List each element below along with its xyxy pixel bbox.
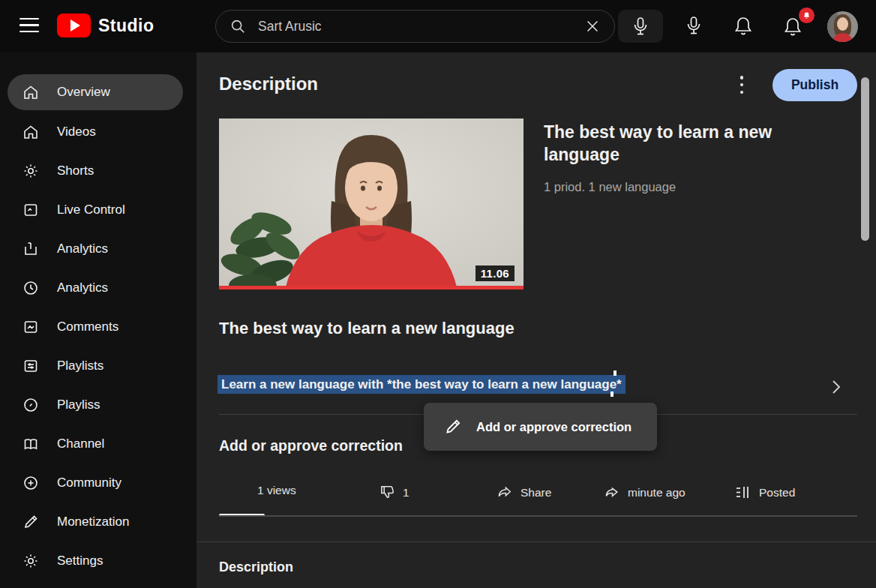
chevron-right-icon[interactable]	[828, 378, 843, 396]
playlists-icon	[21, 357, 40, 375]
sidebar-item-label: Shorts	[57, 164, 94, 178]
sidebar-item-playlists[interactable]: Playlists	[8, 348, 183, 384]
notifications-bell-icon[interactable]	[734, 16, 753, 36]
views-stat[interactable]: 1 views	[257, 484, 296, 497]
views-label: 1 views	[257, 484, 296, 497]
main-content: Description Publish	[196, 52, 876, 588]
sidebar-item-label: Live Control	[57, 202, 125, 218]
dislike-stat[interactable]: 1	[379, 484, 410, 501]
comments-icon	[21, 318, 40, 336]
sidebar-item-analytics-2[interactable]: Analytics	[8, 270, 183, 306]
youtube-play-icon	[57, 14, 91, 38]
sidebar-item-label: Monetization	[57, 514, 129, 530]
sidebar-item-label: Playliss	[57, 398, 100, 412]
analytics-icon	[21, 240, 40, 258]
time-ago-label: minute ago	[628, 486, 686, 500]
circle-icon	[21, 396, 40, 414]
account-avatar[interactable]	[827, 11, 858, 42]
text-caret	[614, 370, 616, 376]
sidebar-item-label: Playlists	[57, 358, 104, 374]
search-input[interactable]: Sart Arusic	[258, 19, 584, 34]
sidebar-item-label: Overview	[57, 85, 110, 100]
sidebar-item-label: Settings	[57, 554, 103, 568]
top-bar: Studio Sart Arusic	[0, 0, 876, 52]
dislike-count: 1	[403, 486, 410, 500]
gear-icon	[21, 552, 40, 570]
watch-progress-bar	[219, 286, 524, 290]
gear-icon	[21, 162, 40, 180]
list-bars-icon	[734, 484, 752, 501]
sidebar-item-label: Comments	[57, 320, 118, 334]
text-caret	[610, 392, 614, 397]
more-options-icon[interactable]	[735, 75, 748, 94]
notifications-bell-badged[interactable]	[783, 14, 810, 40]
thumbs-down-icon	[379, 484, 396, 501]
book-icon	[21, 435, 40, 453]
video-thumbnail[interactable]: 11.06	[219, 118, 524, 290]
publish-button[interactable]: Publish	[772, 69, 857, 101]
page-title: Description	[219, 74, 318, 94]
sidebar-item-playliss[interactable]: Playliss	[8, 387, 183, 423]
notification-badge	[799, 8, 814, 23]
live-control-icon	[21, 201, 40, 219]
search-bar[interactable]: Sart Arusic	[215, 10, 615, 43]
sidebar-item-label: Channel	[57, 436, 104, 452]
sidebar-item-label: Videos	[57, 124, 96, 140]
selected-text: Learn a new language with *the best way …	[218, 375, 626, 394]
sidebar-item-channel[interactable]: Channel	[8, 426, 183, 462]
youtube-studio-logo[interactable]: Studio	[57, 14, 154, 38]
arrow-icon	[604, 484, 621, 501]
video-meta: 1 priod. 1 new language	[544, 180, 676, 194]
pencil-icon	[21, 513, 40, 531]
sidebar-item-analytics[interactable]: Analytics	[8, 231, 183, 267]
thumbnail-image	[219, 118, 524, 290]
section-title: The best way to learn a new language	[219, 319, 514, 338]
clear-search-icon[interactable]	[584, 18, 601, 34]
sidebar-item-comments[interactable]: Comments	[8, 309, 183, 345]
sidebar: Overview Videos Shorts Live Control Anal…	[0, 52, 196, 588]
tooltip-label: Add or approve correction	[476, 420, 632, 434]
tab-track	[219, 515, 857, 517]
sidebar-item-overview[interactable]: Overview	[8, 74, 183, 110]
description-text[interactable]: Learn a new language with *the best way …	[218, 375, 626, 394]
scrollbar[interactable]	[861, 77, 869, 241]
sidebar-item-label: Analytics	[57, 242, 108, 256]
correction-tooltip[interactable]: Add or approve correction	[424, 403, 657, 451]
video-title: The best way to learn a new language	[544, 122, 778, 166]
duration-badge: 11.06	[476, 266, 514, 281]
sidebar-item-videos[interactable]: Videos	[8, 114, 183, 150]
sidebar-item-shorts[interactable]: Shorts	[8, 153, 183, 189]
description-section-heading: Description	[219, 560, 293, 575]
sidebar-item-label: Analytics	[57, 280, 108, 296]
search-icon	[230, 18, 246, 34]
brand-text: Studio	[98, 16, 154, 36]
home-icon	[21, 123, 40, 141]
sidebar-item-live-control[interactable]: Live Control	[8, 192, 183, 228]
share-label: Share	[520, 486, 551, 500]
correction-heading: Add or approve correction	[219, 437, 403, 454]
microphone-icon[interactable]	[685, 16, 703, 35]
share-stat[interactable]: Share	[496, 484, 551, 501]
divider	[196, 542, 876, 542]
time-ago-stat[interactable]: minute ago	[604, 484, 686, 501]
sidebar-item-community[interactable]: Community	[8, 465, 183, 501]
posted-stat[interactable]: Posted	[734, 484, 795, 501]
pencil-icon	[443, 417, 463, 436]
clock-icon	[21, 279, 40, 297]
share-icon	[496, 484, 514, 501]
circle-plus-icon	[21, 474, 40, 492]
sidebar-item-settings[interactable]: Settings	[8, 543, 183, 579]
sidebar-item-monetization[interactable]: Monetization	[8, 504, 183, 540]
sidebar-item-label: Community	[57, 476, 122, 490]
home-icon	[21, 83, 40, 101]
posted-label: Posted	[759, 486, 795, 500]
voice-search-button[interactable]	[618, 10, 663, 43]
menu-icon[interactable]	[20, 18, 39, 34]
